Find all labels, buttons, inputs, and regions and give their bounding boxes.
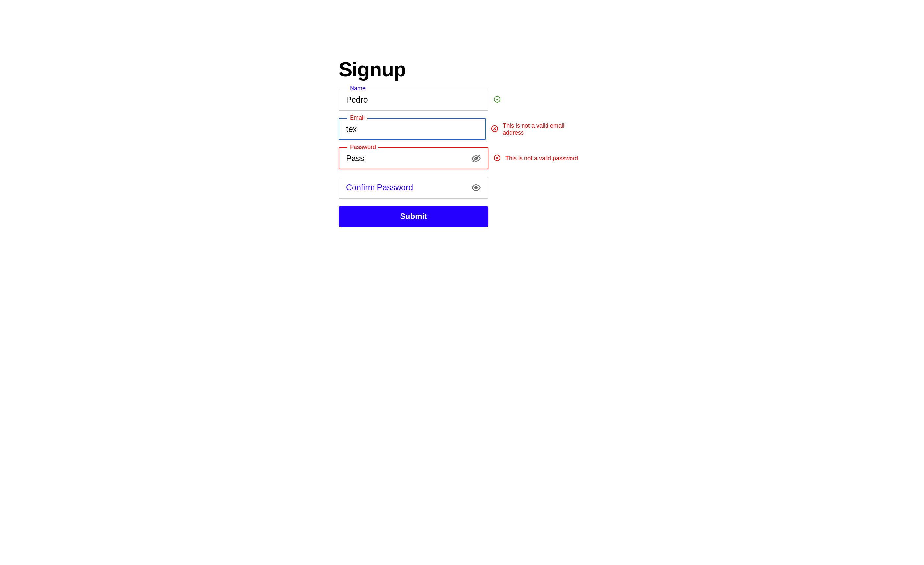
confirm-placeholder: Confirm Password [346, 183, 471, 192]
password-error-text: This is not a valid password [506, 155, 578, 162]
svg-point-0 [494, 96, 500, 102]
x-circle-icon [494, 154, 501, 163]
check-circle-icon [494, 96, 501, 104]
page-title: Signup [339, 57, 585, 81]
password-input[interactable]: Pass [339, 147, 488, 169]
submit-button[interactable]: Submit [339, 206, 488, 227]
confirm-row: Confirm Password [339, 177, 585, 198]
signup-form: Signup Name Pedro Email tex [339, 57, 585, 227]
eye-icon[interactable] [471, 183, 481, 193]
eye-off-icon[interactable] [471, 153, 481, 164]
password-status: This is not a valid password [494, 154, 578, 163]
name-row: Name Pedro [339, 89, 585, 111]
password-row: Password Pass This is not a v [339, 147, 585, 169]
name-value: Pedro [346, 95, 481, 105]
email-error-text: This is not a valid email address [503, 122, 585, 136]
email-status: This is not a valid email address [491, 122, 585, 136]
email-row: Email tex This is not a valid email addr… [339, 118, 585, 140]
name-input[interactable]: Pedro [339, 89, 488, 111]
password-field-container: Password Pass [339, 147, 488, 169]
text-cursor [357, 125, 357, 134]
confirm-password-input[interactable]: Confirm Password [339, 177, 488, 198]
password-value: Pass [346, 153, 471, 163]
email-label: Email [347, 114, 367, 121]
email-field-container: Email tex [339, 118, 486, 140]
email-input[interactable]: tex [339, 118, 486, 140]
x-circle-icon [491, 125, 498, 134]
name-status [494, 96, 501, 104]
name-label: Name [347, 85, 368, 92]
name-field-container: Name Pedro [339, 89, 488, 111]
svg-point-5 [475, 186, 477, 189]
password-label: Password [347, 144, 378, 150]
confirm-field-container: Confirm Password [339, 177, 488, 198]
email-value: tex [346, 124, 478, 134]
